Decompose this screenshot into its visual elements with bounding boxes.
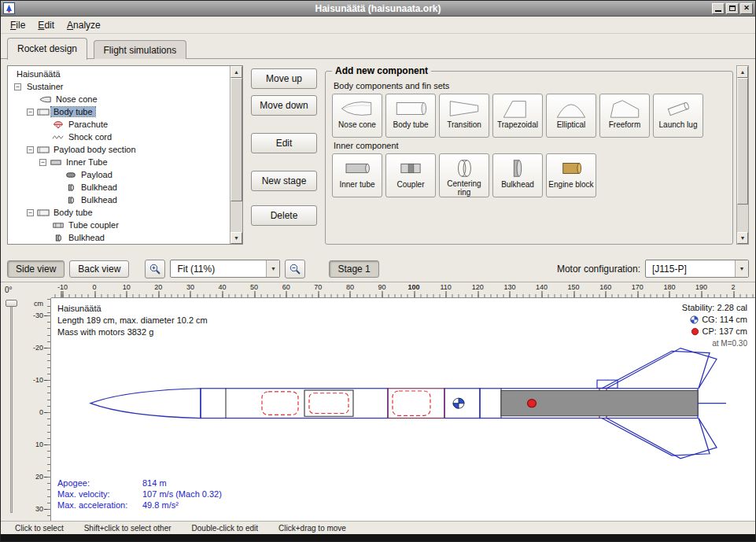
title-bar[interactable]: Haisunäätä (haisunaata.ork) ✕ [1, 1, 755, 17]
tree-item-body-tube[interactable]: −Body tube [8, 105, 230, 118]
body-tube-icon [393, 97, 428, 120]
tree-item-bulkhead[interactable]: Bulkhead [8, 194, 230, 206]
add-body-tube-button[interactable]: Body tube [385, 94, 436, 138]
new-stage-button[interactable]: New stage [251, 171, 317, 191]
centering-ring-icon [447, 157, 481, 179]
add-bulkhead-button[interactable]: Bulkhead [492, 153, 543, 197]
openrocket-window: Haisunäätä (haisunaata.ork) ✕ File Edit … [0, 0, 756, 542]
trapezoidal-icon [500, 97, 535, 120]
h-ruler-tick-label: 190 [695, 283, 707, 291]
forward-body-tube[interactable] [201, 389, 388, 418]
edit-button[interactable]: Edit [251, 133, 317, 153]
stage-1-button[interactable]: Stage 1 [329, 260, 378, 278]
motor-configuration-value: [J115-P] [646, 264, 735, 275]
add-engine-block-button[interactable]: Engine block [546, 153, 596, 197]
move-down-button[interactable]: Move down [251, 95, 317, 116]
payload-outline[interactable] [393, 391, 430, 415]
tree-item-bulkhead[interactable]: Bulkhead [8, 181, 230, 194]
tree-item-inner-tube[interactable]: −Inner Tube [8, 156, 230, 168]
scroll-up-icon[interactable]: ▲ [737, 66, 748, 78]
h-ruler-tick-label: 160 [599, 283, 611, 291]
tree-expander-icon[interactable]: − [27, 109, 34, 116]
add-coupler-button[interactable]: Coupler [385, 153, 436, 197]
add-launch-lug-button[interactable]: Launch lug [653, 94, 703, 138]
maximize-button[interactable] [726, 3, 739, 14]
add-panel-scrollbar-thumb[interactable] [737, 78, 748, 205]
add-transition-button[interactable]: Transition [439, 94, 489, 138]
v-ruler: cm -30-20-100102030 [21, 298, 51, 521]
add-nose-cone-button[interactable]: Nose cone [332, 94, 382, 138]
scroll-down-icon[interactable]: ▼ [230, 232, 242, 244]
scroll-up-icon[interactable]: ▲ [230, 66, 242, 78]
menu-file[interactable]: File [4, 17, 31, 33]
h-ruler-tick-label: 170 [632, 283, 644, 291]
component-button-label: Engine block [548, 180, 593, 189]
zoom-in-button[interactable] [145, 260, 165, 278]
tree-expander-icon[interactable]: − [39, 159, 46, 166]
tree-item-label: Body tube [51, 208, 95, 217]
cg-icon [690, 315, 699, 324]
payload-section[interactable] [388, 389, 444, 418]
back-view-button[interactable]: Back view [69, 260, 129, 278]
zoom-combo[interactable]: Fit (11%) ▼ [170, 260, 280, 278]
shock-cord-outline[interactable] [309, 393, 348, 414]
add-freeform-button[interactable]: Freeform [599, 94, 650, 138]
tree-item-payload-body-section[interactable]: −Payload body section [8, 143, 230, 156]
v-ruler-tick-label: 10 [35, 441, 43, 448]
close-button[interactable]: ✕ [740, 3, 753, 14]
tree-item-label: Shock cord [66, 132, 114, 142]
tree-scrollbar[interactable]: ▲ ▼ [230, 66, 242, 244]
tree-item-payload[interactable]: Payload [8, 168, 230, 181]
component-button-label: Freeform [609, 120, 641, 129]
tree-scrollbar-thumb[interactable] [230, 78, 242, 201]
combo-arrow-icon[interactable]: ▼ [735, 260, 748, 277]
add-trapezoidal-button[interactable]: Trapezoidal [492, 94, 543, 138]
add-panel-scrollbar-track[interactable] [737, 78, 748, 232]
menu-edit[interactable]: Edit [31, 17, 61, 33]
design-canvas[interactable]: Haisunäätä Length 189 cm, max. diameter … [51, 298, 755, 521]
move-up-button[interactable]: Move up [251, 68, 317, 89]
tree-expander-icon[interactable]: − [27, 209, 34, 216]
tree-item-body-tube[interactable]: −Body tube [8, 206, 230, 219]
inner-tube-outline[interactable] [304, 390, 353, 416]
rotation-slider-track[interactable] [10, 304, 13, 513]
add-centering-ring-button[interactable]: Centering ring [439, 153, 489, 197]
tab-rocket-design[interactable]: Rocket design [7, 38, 87, 60]
add-panel-scrollbar[interactable]: ▲ ▼ [736, 65, 749, 245]
tree-item-haisun-t[interactable]: Haisunäätä [8, 68, 230, 80]
velocity-value: 107 m/s (Mach 0.32) [142, 489, 222, 499]
tree-item-tube-coupler[interactable]: Tube coupler [8, 219, 230, 231]
component-button-label: Coupler [396, 180, 424, 189]
nose-cone-shape[interactable] [90, 389, 201, 418]
combo-arrow-icon[interactable]: ▼ [266, 260, 279, 277]
tab-flight-simulations[interactable]: Flight simulations [94, 40, 187, 59]
scroll-down-icon[interactable]: ▼ [737, 232, 748, 244]
tree-expander-icon[interactable]: − [14, 83, 21, 90]
tree-item-sustainer[interactable]: −Sustainer [8, 80, 230, 93]
velocity-label: Max. velocity: [57, 489, 142, 499]
add-inner-tube-button[interactable]: Inner tube [332, 153, 382, 197]
v-ruler-tick-label: -20 [33, 344, 43, 352]
h-ruler-tick-label: 70 [314, 283, 322, 291]
cp-icon [691, 327, 699, 336]
fin-lower[interactable] [602, 418, 710, 455]
add-elliptical-button[interactable]: Elliptical [546, 94, 596, 138]
h-ruler-tick-label: 90 [378, 283, 385, 291]
tree-item-nose-cone[interactable]: Nose cone [8, 93, 230, 105]
tree-item-shock-cord[interactable]: Shock cord [8, 131, 230, 143]
tree-expander-icon[interactable]: − [27, 146, 34, 153]
menu-analyze[interactable]: Analyze [61, 17, 107, 33]
zoom-out-button[interactable] [285, 260, 305, 278]
tree-scrollbar-track[interactable] [230, 78, 242, 232]
side-view-button[interactable]: Side view [7, 260, 65, 278]
motor-configuration-combo[interactable]: [J115-P] ▼ [645, 260, 749, 278]
parachute-outline[interactable] [262, 392, 298, 415]
rotation-slider[interactable] [1, 298, 21, 521]
component-tree-panel: Haisunäätä−SustainerNose cone−Body tubeP… [7, 65, 243, 245]
tree-item-bulkhead[interactable]: Bulkhead [8, 231, 230, 244]
payload-icon [65, 171, 79, 179]
tree-item-parachute[interactable]: Parachute [8, 118, 230, 131]
rotation-slider-handle[interactable] [6, 300, 17, 307]
delete-button[interactable]: Delete [251, 205, 317, 226]
minimize-button[interactable] [712, 3, 725, 14]
